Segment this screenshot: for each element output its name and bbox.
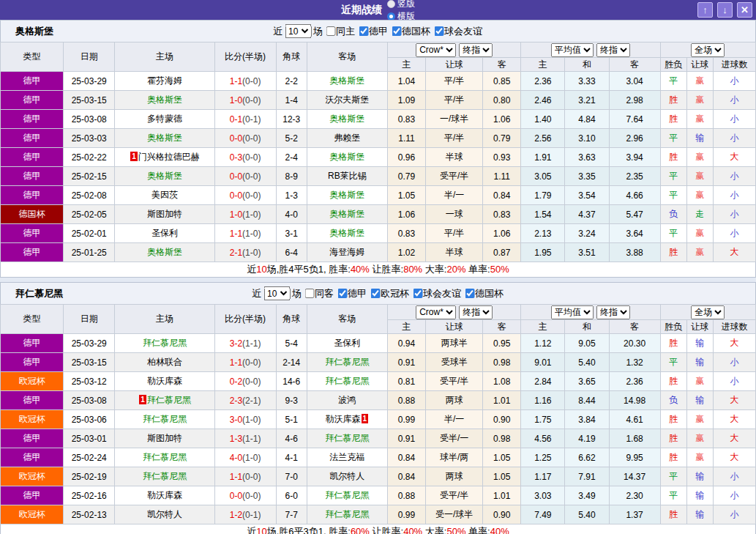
- odds-source-select[interactable]: 终指: [459, 43, 493, 57]
- checkbox-icon[interactable]: [434, 26, 444, 36]
- filter-checkbox-1[interactable]: 德甲: [356, 25, 388, 38]
- corner-cell: 1-3: [276, 186, 307, 205]
- date-cell: 25-02-16: [64, 486, 115, 505]
- away-team-cell: 奥格斯堡: [307, 224, 387, 243]
- odds-source-select[interactable]: 终指: [596, 305, 630, 319]
- summary-segment: 10: [256, 526, 266, 534]
- team-label: 奥格斯堡: [329, 209, 364, 219]
- result-goals: 小: [713, 72, 755, 91]
- checkbox-icon[interactable]: [326, 26, 335, 36]
- odds-source-select[interactable]: 平均值: [551, 43, 594, 57]
- crow-handicap: 受一/球半: [426, 505, 483, 524]
- odds-source-select[interactable]: Crow*: [416, 305, 456, 319]
- home-team-cell: 奥格斯堡: [115, 129, 214, 148]
- home-team-cell: 美因茨: [115, 186, 214, 205]
- avg-away-odds: 4.61: [609, 410, 660, 429]
- checkbox-icon[interactable]: [370, 289, 380, 298]
- col-header: 让球: [686, 320, 713, 334]
- checkbox-icon[interactable]: [359, 26, 368, 36]
- crow-handicap: 一球: [426, 205, 483, 224]
- summary-segment: 50%: [490, 264, 509, 275]
- league-cell: 欧冠杯: [1, 410, 64, 429]
- crow-handicap: 平/半: [426, 129, 483, 148]
- corner-cell: 6-4: [276, 243, 307, 262]
- odds-source-select[interactable]: 全场: [691, 43, 725, 57]
- filter-checkbox-3[interactable]: 球会友谊: [431, 25, 482, 38]
- filter-checkbox-2[interactable]: 德国杯: [389, 25, 430, 38]
- team-label: 拜仁慕尼黑: [143, 338, 187, 348]
- checkbox-icon[interactable]: [465, 289, 474, 298]
- filter-checkbox-2[interactable]: 欧冠杯: [367, 287, 409, 300]
- score-cell: 1-3(1-1): [214, 429, 276, 448]
- away-team-cell: 拜仁慕尼黑: [307, 372, 387, 391]
- move-up-button[interactable]: ↑: [697, 2, 713, 18]
- recent-count-select[interactable]: 10: [285, 24, 311, 38]
- odds-group-1-selects: Crow*终指: [387, 305, 520, 320]
- team-label: 奥格斯堡: [329, 75, 364, 86]
- filter-checkbox-0[interactable]: 同客: [302, 287, 334, 300]
- avg-draw-odds: 3.10: [565, 129, 609, 148]
- checkbox-icon[interactable]: [337, 289, 347, 298]
- col-header: 日期: [64, 305, 115, 334]
- away-team-cell: 海登海姆: [307, 243, 387, 262]
- crow-handicap: 两球半: [426, 334, 483, 353]
- recent-count-select[interactable]: 10: [263, 286, 290, 300]
- avg-draw-odds: 3.21: [565, 91, 609, 110]
- checkbox-icon[interactable]: [304, 289, 314, 298]
- col-header: 客场: [307, 42, 387, 72]
- odds-source-select[interactable]: 终指: [596, 43, 630, 57]
- table-body: 德甲25-03-29霍芬海姆1-1(0-0)2-2奥格斯堡1.04平/半0.85…: [1, 72, 756, 262]
- date-cell: 25-03-12: [64, 372, 115, 391]
- home-team-cell: 勒沃库森: [115, 486, 214, 505]
- filter-checkbox-label: 同主: [336, 25, 355, 38]
- crow-handicap: 受半/一: [426, 429, 483, 448]
- team-label: 奥格斯堡: [329, 152, 364, 162]
- crow-away-odds: 1.01: [483, 391, 521, 410]
- date-cell: 25-02-19: [64, 467, 115, 486]
- team-label: 多特蒙德: [147, 114, 182, 124]
- home-team-cell: 勒沃库森: [115, 372, 214, 391]
- team-label: 美因茨: [151, 190, 178, 200]
- crow-home-odds: 0.84: [387, 448, 425, 467]
- odds-source-select[interactable]: Crow*: [416, 43, 456, 57]
- result-handicap: 输: [686, 334, 713, 353]
- avg-draw-odds: 3.63: [565, 148, 609, 167]
- table-row: 德甲25-02-221门兴格拉德巴赫0-3(0-0)2-4奥格斯堡0.96半球0…: [1, 148, 756, 167]
- table-row: 德甲25-02-24拜仁慕尼黑4-0(1-0)4-1法兰克福0.84球半/两1.…: [1, 448, 756, 467]
- summary-segment: 20%: [446, 264, 465, 275]
- odds-source-select[interactable]: 全场: [691, 305, 725, 319]
- crow-away-odds: 1.06: [483, 224, 521, 243]
- close-button[interactable]: ✕: [737, 2, 752, 18]
- filter-checkbox-label: 德甲: [369, 25, 388, 38]
- avg-home-odds: 3.05: [521, 167, 565, 186]
- filter-checkbox-0[interactable]: 同主: [323, 25, 355, 38]
- summary-segment: 近: [247, 264, 256, 275]
- result-outcome: 平: [660, 224, 686, 243]
- home-team-cell: 拜仁慕尼黑: [115, 448, 214, 467]
- view-radio-vertical[interactable]: 竖版: [387, 0, 415, 10]
- move-down-button[interactable]: ↓: [717, 2, 733, 18]
- date-cell: 25-03-01: [64, 429, 115, 448]
- avg-draw-odds: 9.05: [565, 334, 609, 353]
- halftime-score: (0-1): [242, 114, 261, 125]
- filter-checkbox-3[interactable]: 球会友谊: [410, 287, 461, 300]
- summary-segment: 场,胜6平3负1, 胜率:: [267, 526, 351, 534]
- matches-table-0: 类型日期主场比分(半场)角球客场Crow*终指平均值终指全场主让球客主和客胜负让…: [0, 42, 756, 262]
- radio-icon: [387, 12, 395, 21]
- col-header: 让球: [426, 320, 483, 334]
- avg-away-odds: 2.98: [609, 91, 660, 110]
- filter-checkbox-4[interactable]: 德国杯: [462, 287, 504, 300]
- odds-source-select[interactable]: 平均值: [551, 305, 594, 319]
- crow-home-odds: 0.96: [387, 148, 425, 167]
- odds-source-select[interactable]: 终指: [459, 305, 493, 319]
- crow-away-odds: 1.06: [483, 110, 521, 129]
- crow-home-odds: 0.94: [387, 334, 425, 353]
- checkbox-icon[interactable]: [413, 289, 422, 298]
- checkbox-icon[interactable]: [392, 26, 401, 36]
- home-team-cell: 奥格斯堡: [115, 243, 214, 262]
- date-cell: 25-03-29: [64, 334, 115, 353]
- avg-draw-odds: 3.51: [565, 243, 609, 262]
- avg-draw-odds: 3.33: [565, 72, 609, 91]
- filter-checkbox-1[interactable]: 德甲: [334, 287, 367, 300]
- score-cell: 0-2(0-0): [214, 372, 276, 391]
